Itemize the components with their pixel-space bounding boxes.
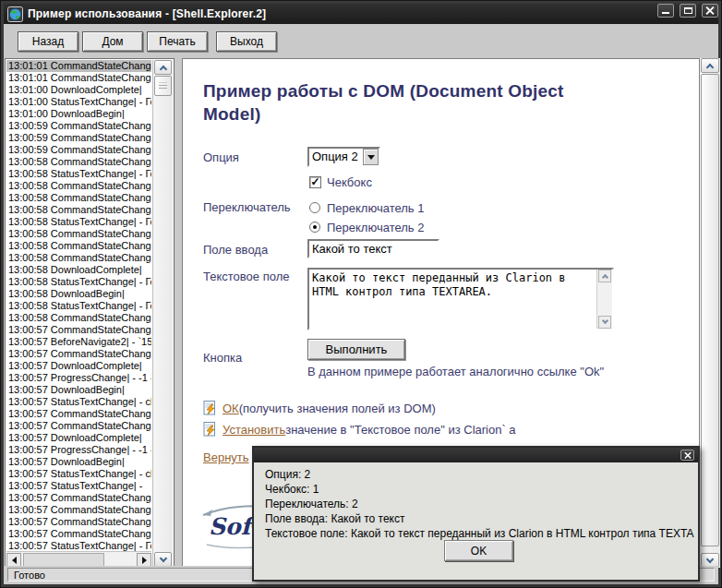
log-row[interactable]: 13:00:57 ProgressChange| - -1 - 0 bbox=[6, 372, 151, 384]
log-vertical-scrollbar[interactable] bbox=[152, 60, 173, 567]
button-label: Кнопка bbox=[203, 351, 242, 365]
popup-ok-button[interactable]: OK bbox=[444, 540, 513, 561]
option-select[interactable]: Опция 2 bbox=[307, 147, 380, 167]
window-controls bbox=[657, 4, 718, 18]
back-button[interactable]: Назад bbox=[18, 31, 78, 52]
log-row[interactable]: 13:00:57 CommandStateChange| - bbox=[6, 324, 151, 336]
scroll-left-button[interactable] bbox=[6, 553, 21, 567]
execute-button[interactable]: Выполнить bbox=[307, 339, 405, 360]
textarea-scroll-up[interactable] bbox=[598, 270, 611, 282]
log-row[interactable]: 13:00:58 CommandStateChange| - bbox=[6, 312, 151, 324]
log-row[interactable]: 13:00:57 StatusTextChange| - bbox=[6, 480, 151, 492]
print-button[interactable]: Печать bbox=[147, 31, 208, 52]
return-link[interactable]: Вернуть bbox=[203, 450, 249, 464]
scroll-up-button[interactable] bbox=[701, 58, 719, 73]
log-row[interactable]: 13:00:58 CommandStateChange| - bbox=[6, 192, 151, 204]
scroll-up-button[interactable] bbox=[154, 60, 172, 75]
button-note: В данном примере работает аналогично ссы… bbox=[307, 365, 604, 378]
event-log-list: 13:01:01 CommandStateChange| -13:01:01 C… bbox=[6, 60, 151, 552]
log-row[interactable]: 13:00:57 CommandStateChange| - bbox=[6, 420, 151, 432]
switch-label: Переключатель bbox=[203, 200, 291, 214]
log-row[interactable]: 13:01:00 DownloadBegin| bbox=[6, 108, 151, 120]
log-row[interactable]: 13:00:58 StatusTextChange| - Гот bbox=[6, 300, 151, 312]
checkbox-label: Чекбокс bbox=[327, 175, 372, 189]
textarea-scrollbar[interactable] bbox=[596, 270, 612, 329]
log-hscroll-thumb[interactable] bbox=[23, 553, 104, 567]
log-row[interactable]: 13:01:00 StatusTextChange| - Гот bbox=[6, 96, 151, 108]
return-link-row: Вернуть bbox=[203, 450, 249, 464]
text-input[interactable] bbox=[307, 239, 439, 258]
ok-link-row: ОК (получить значения полей из DOM) bbox=[203, 401, 436, 415]
popup-line: Чекбокс: 1 bbox=[265, 482, 694, 497]
log-row[interactable]: 13:00:57 BeforeNavigate2| - `158 bbox=[6, 336, 151, 348]
select-dropdown-button[interactable] bbox=[363, 149, 379, 165]
log-row[interactable]: 13:00:58 DownloadComplete| bbox=[6, 264, 151, 276]
log-row[interactable]: 13:00:57 StatusTextChange| - clicl bbox=[6, 396, 151, 408]
thumb-grip bbox=[159, 83, 167, 90]
chevron-down-icon bbox=[601, 318, 608, 324]
set-link-row: Установить значение в "Текстовое поле" и… bbox=[203, 422, 516, 437]
log-row[interactable]: 13:00:58 CommandStateChange| - bbox=[6, 180, 151, 192]
log-row[interactable]: 13:00:57 StatusTextChange| - clicl bbox=[6, 468, 151, 480]
log-row[interactable]: 13:00:59 CommandStateChange| - bbox=[6, 132, 151, 144]
page-vscroll-thumb[interactable] bbox=[701, 74, 719, 546]
option-select-value: Опция 2 bbox=[309, 149, 363, 165]
log-row[interactable]: 13:00:57 DownloadComplete| bbox=[6, 360, 151, 372]
textarea-field[interactable]: Какой то текст переданный из Clarion в H… bbox=[307, 268, 614, 330]
popup-close-button[interactable] bbox=[680, 450, 694, 461]
textarea-label: Текстовое поле bbox=[203, 270, 289, 283]
log-row[interactable]: 13:00:57 DownloadComplete| bbox=[6, 432, 151, 444]
close-button[interactable] bbox=[702, 4, 718, 18]
chevron-up-icon bbox=[601, 274, 608, 281]
log-row[interactable]: 13:00:57 DownloadBegin| bbox=[6, 456, 151, 468]
maximize-button[interactable] bbox=[680, 4, 696, 18]
log-row[interactable]: 13:00:57 DownloadBegin| bbox=[6, 384, 151, 396]
scroll-down-button[interactable] bbox=[154, 552, 172, 567]
radio-2[interactable] bbox=[309, 222, 320, 233]
log-row[interactable]: 13:00:58 StatusTextChange| - Гот bbox=[6, 216, 151, 228]
log-row[interactable]: 13:00:58 CommandStateChange| - bbox=[6, 156, 151, 168]
log-row[interactable]: 13:00:58 CommandStateChange| - bbox=[6, 228, 151, 240]
log-row[interactable]: 13:01:01 CommandStateChange| - bbox=[6, 60, 151, 72]
minimize-button[interactable] bbox=[657, 4, 674, 18]
close-icon bbox=[684, 451, 692, 459]
log-row[interactable]: 13:00:57 CommandStateChange| - bbox=[6, 348, 151, 360]
minimize-icon bbox=[662, 12, 669, 14]
scroll-right-button[interactable] bbox=[137, 553, 151, 567]
popup-line: Переключатель: 2 bbox=[265, 497, 694, 511]
log-row[interactable]: 13:01:00 DownloadComplete| bbox=[6, 84, 151, 96]
log-vscroll-thumb[interactable] bbox=[154, 76, 172, 96]
page-title-line2: Model) bbox=[203, 102, 683, 126]
window-title: Пример использования - [Shell.Explorer.2… bbox=[28, 7, 266, 20]
page-title-line1: Пример работы с DOM (Document Object bbox=[203, 79, 683, 102]
log-row[interactable]: 13:00:57 CommandStateChange| - bbox=[6, 504, 151, 516]
log-horizontal-scrollbar[interactable] bbox=[6, 551, 151, 567]
log-row[interactable]: 13:00:58 CommandStateChange| - bbox=[6, 252, 151, 264]
log-row[interactable]: 13:00:57 CommandStateChange| - bbox=[6, 528, 151, 540]
checkbox[interactable]: ✓ bbox=[309, 176, 321, 188]
log-row[interactable]: 13:00:59 CommandStateChange| - bbox=[6, 144, 151, 156]
popup-content: Опция: 2Чекбокс: 1Переключатель: 2Поле в… bbox=[265, 467, 694, 541]
globe-icon bbox=[7, 6, 23, 22]
log-row[interactable]: 13:01:01 CommandStateChange| - bbox=[6, 72, 151, 84]
log-row[interactable]: 13:00:57 CommandStateChange| - bbox=[6, 516, 151, 528]
log-row[interactable]: 13:00:58 CommandStateChange| - bbox=[6, 240, 151, 252]
exit-button[interactable]: Выход bbox=[216, 31, 277, 52]
page-vertical-scrollbar[interactable] bbox=[700, 58, 720, 568]
result-popup: Опция: 2Чекбокс: 1Переключатель: 2Поле в… bbox=[252, 446, 700, 582]
log-row[interactable]: 13:00:58 StatusTextChange| - Гот bbox=[6, 276, 151, 288]
log-row[interactable]: 13:00:59 CommandStateChange| - bbox=[6, 120, 151, 132]
log-row[interactable]: 13:00:57 CommandStateChange| - bbox=[6, 492, 151, 504]
radio-2-label: Переключатель 2 bbox=[327, 221, 424, 234]
textarea-scroll-down[interactable] bbox=[598, 316, 611, 329]
popup-title-bar bbox=[254, 448, 698, 462]
log-row[interactable]: 13:00:57 ProgressChange| - -1 - 0 bbox=[6, 444, 151, 456]
log-row[interactable]: 13:00:58 DownloadBegin| bbox=[6, 288, 151, 300]
log-row[interactable]: 13:00:58 CommandStateChange| - bbox=[6, 204, 151, 216]
radio-1[interactable] bbox=[309, 202, 320, 213]
log-row[interactable]: 13:00:57 CommandStateChange| - bbox=[6, 408, 151, 420]
set-link[interactable]: Установить bbox=[223, 423, 285, 437]
log-row[interactable]: 13:00:58 StatusTextChange| - Гот bbox=[6, 168, 151, 180]
ok-link[interactable]: ОК bbox=[223, 402, 239, 415]
home-button[interactable]: Дом bbox=[82, 31, 143, 52]
